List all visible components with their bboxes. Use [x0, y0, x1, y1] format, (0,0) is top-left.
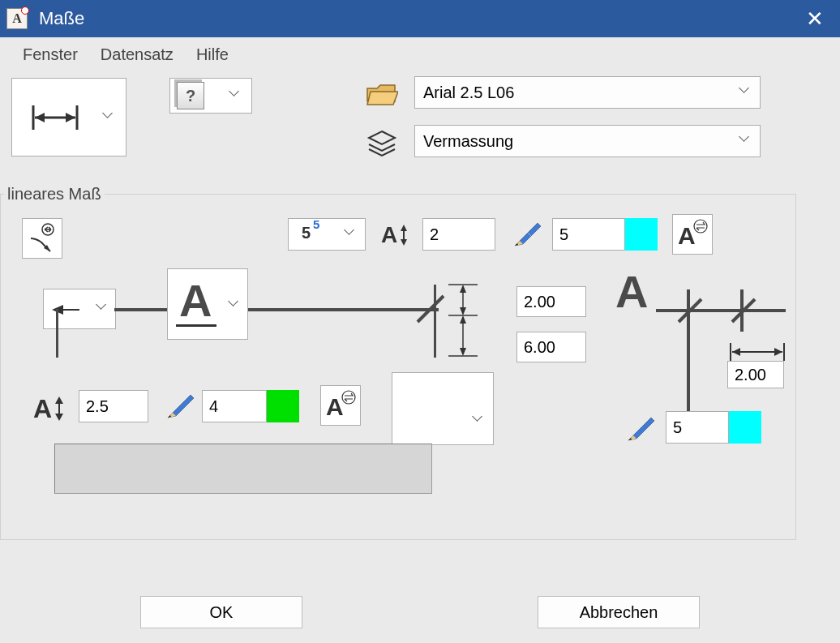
- layer-combo-value: Vermassung: [423, 132, 513, 151]
- text-height-input[interactable]: 2: [422, 218, 495, 251]
- text-height-a-icon: A: [381, 221, 414, 249]
- svg-text:A: A: [678, 222, 696, 249]
- ok-button[interactable]: OK: [140, 596, 302, 628]
- layer-combo[interactable]: Vermassung: [414, 125, 761, 157]
- placement-mode-button[interactable]: [22, 218, 62, 259]
- dialog-window: Maße ✕ Fenster Datensatz Hilfe ?: [0, 0, 840, 643]
- text-swap-icon: A: [676, 218, 709, 251]
- layers-icon[interactable]: [366, 130, 398, 157]
- placement-arrow-icon: [26, 222, 58, 255]
- dimension-line: [114, 308, 439, 311]
- svg-text:A: A: [33, 394, 52, 423]
- hatch-dropdown[interactable]: [392, 372, 494, 445]
- chevron-down-icon: [740, 135, 752, 147]
- mini-dimension-diagram: A: [615, 265, 794, 411]
- svg-point-48: [342, 391, 355, 404]
- font-combo-value: Arial 2.5 L06: [423, 84, 514, 102]
- letter-a-icon: A: [179, 274, 212, 327]
- folder-icon[interactable]: [366, 84, 398, 108]
- preview-box: [54, 444, 432, 494]
- menu-hilfe[interactable]: Hilfe: [196, 45, 229, 64]
- svg-marker-9: [401, 225, 407, 231]
- svg-text:A: A: [326, 393, 344, 420]
- title-bar: Maße ✕: [0, 0, 840, 37]
- extension-top-input[interactable]: 2.00: [516, 286, 586, 317]
- question-icon: ?: [177, 82, 204, 109]
- dimension-arrow-icon: [12, 79, 93, 157]
- svg-point-16: [694, 220, 707, 233]
- text-height-a-icon: A: [33, 393, 69, 424]
- svg-marker-42: [55, 397, 63, 404]
- app-icon: [6, 8, 28, 29]
- menu-bar: Fenster Datensatz Hilfe: [0, 37, 840, 71]
- pen-value-input[interactable]: 5: [552, 218, 625, 251]
- text-swap-button-2[interactable]: A: [320, 385, 361, 426]
- group-lineares-mass: lineares Maß 5 5 A: [0, 185, 796, 540]
- svg-marker-39: [774, 348, 782, 356]
- dialog-body: ? Arial 2.5 L06 Vermassung lineares Maß: [0, 71, 840, 589]
- chevron-down-icon: [474, 415, 485, 427]
- witness-line: [56, 309, 58, 358]
- chevron-down-icon: [104, 112, 115, 123]
- svg-text:A: A: [381, 222, 397, 247]
- svg-line-19: [418, 296, 444, 322]
- help-dropdown[interactable]: ?: [169, 78, 252, 114]
- start-arrow-dropdown[interactable]: [43, 289, 116, 329]
- svg-marker-10: [401, 239, 407, 246]
- svg-marker-4: [66, 113, 75, 122]
- exponent-dropdown[interactable]: 5 5: [288, 218, 366, 251]
- text-swap-button[interactable]: A: [672, 214, 713, 255]
- svg-marker-43: [55, 414, 63, 421]
- pen2-value-input[interactable]: 4: [202, 390, 267, 422]
- pencil-icon: [625, 414, 658, 444]
- svg-text:A: A: [615, 266, 648, 317]
- color-swatch-green[interactable]: [267, 390, 299, 422]
- pen-right-input[interactable]: 5: [666, 411, 729, 444]
- svg-marker-3: [35, 113, 45, 122]
- dialog-footer: OK Abbrechen: [0, 589, 840, 643]
- exponent-base: 5: [302, 224, 311, 242]
- witness-line: [434, 285, 436, 358]
- text-swap-icon: A: [324, 389, 357, 422]
- chevron-down-icon: [97, 303, 109, 315]
- menu-datensatz[interactable]: Datensatz: [101, 45, 174, 64]
- svg-marker-27: [460, 315, 466, 324]
- pencil-icon: [165, 392, 197, 421]
- group-legend: lineares Maß: [4, 185, 105, 204]
- color-swatch-cyan-2[interactable]: [729, 411, 761, 444]
- chevron-down-icon: [740, 87, 752, 98]
- extension-bottom-input[interactable]: 6.00: [516, 332, 586, 362]
- chevron-down-icon: [230, 90, 242, 101]
- dialog-title: Maße: [39, 8, 796, 29]
- exponent-sup: 5: [313, 217, 319, 231]
- dimension-type-dropdown[interactable]: [11, 78, 126, 156]
- cancel-button[interactable]: Abbrechen: [538, 596, 700, 628]
- svg-marker-24: [460, 285, 466, 293]
- arrow-left-icon: [44, 289, 84, 330]
- extension-spec-icon: [442, 281, 482, 359]
- pencil-icon: [512, 220, 544, 249]
- text-style-dropdown[interactable]: A: [167, 268, 248, 340]
- menu-fenster[interactable]: Fenster: [23, 45, 78, 64]
- svg-marker-38: [732, 348, 740, 356]
- tick-spacing-input[interactable]: 2.00: [727, 361, 784, 388]
- svg-marker-28: [460, 348, 466, 356]
- svg-marker-25: [460, 307, 466, 315]
- font-combo[interactable]: Arial 2.5 L06: [414, 76, 761, 109]
- text-height2-input[interactable]: 2.5: [79, 390, 148, 422]
- chevron-down-icon: [229, 300, 241, 311]
- color-swatch-cyan[interactable]: [625, 218, 658, 251]
- close-icon[interactable]: ✕: [796, 6, 834, 32]
- chevron-down-icon: [345, 229, 357, 240]
